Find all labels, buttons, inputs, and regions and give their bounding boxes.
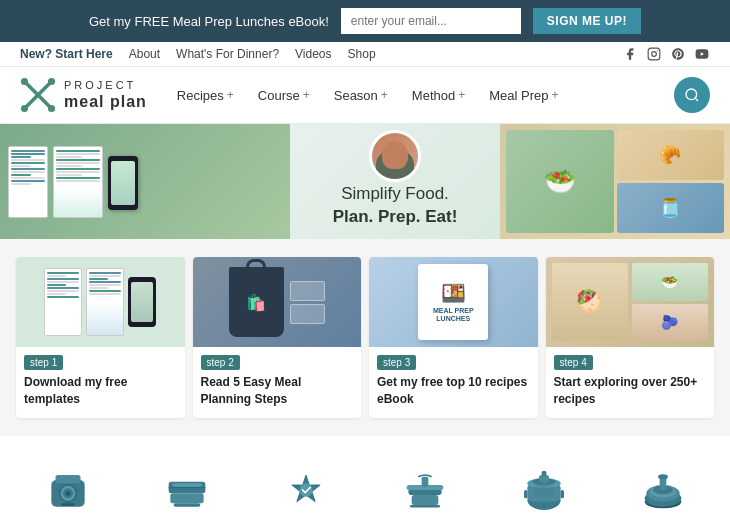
facebook-icon[interactable] <box>622 46 638 62</box>
youtube-icon[interactable] <box>694 46 710 62</box>
svg-point-23 <box>299 483 312 496</box>
logo-text: PROJECT meal plan <box>64 79 147 111</box>
hero-left <box>0 124 290 239</box>
step-2-image: 🛍️ <box>193 257 362 347</box>
secondary-nav-left: New? Start Here About What's For Dinner?… <box>20 47 376 61</box>
paper-1 <box>8 146 48 218</box>
svg-point-34 <box>541 470 546 475</box>
svg-point-10 <box>686 89 697 100</box>
svg-rect-13 <box>55 475 80 483</box>
new-start-link[interactable]: New? Start Here <box>20 47 113 61</box>
logo-icon <box>20 77 56 113</box>
ebook-cover: 🍱 MEAL PREPLUNCHES <box>418 264 488 340</box>
containers <box>290 281 325 324</box>
step-1-phone <box>128 277 156 327</box>
lunch-icon <box>395 460 455 515</box>
step-3-badge: step 3 <box>377 355 416 370</box>
svg-rect-17 <box>61 503 74 506</box>
top-banner: Get my FREE Meal Prep Lunches eBook! SIG… <box>0 0 730 42</box>
step-1-badge: step 1 <box>24 355 63 370</box>
svg-rect-22 <box>172 483 202 486</box>
svg-rect-28 <box>421 476 428 486</box>
search-icon <box>684 87 700 103</box>
nav-course[interactable]: Course + <box>248 82 320 109</box>
logo[interactable]: PROJECT meal plan <box>20 77 147 113</box>
category-maindish[interactable]: Main Dish <box>603 452 722 515</box>
step-card-4[interactable]: 🥙 🥗 🫐 step 4 Start exploring over 250+ r… <box>546 257 715 418</box>
steps-section: step 1 Download my free templates 🛍️ ste… <box>0 239 730 436</box>
mealprep-icon <box>157 460 217 515</box>
categories-section: Air Fryer Meal Prep <box>0 436 730 515</box>
hero-avatar <box>369 130 421 182</box>
category-lunch[interactable]: Lunch <box>365 452 484 515</box>
svg-rect-19 <box>170 493 203 503</box>
nav-mealprep[interactable]: Meal Prep + <box>479 82 568 109</box>
category-instantpot[interactable]: Instant Pot <box>484 452 603 515</box>
bag: 🛍️ <box>229 267 284 337</box>
step-2-badge: step 2 <box>201 355 240 370</box>
shop-link[interactable]: Shop <box>348 47 376 61</box>
food-bottom-right: 🫙 <box>617 183 725 233</box>
hero-right: 🥗 🥐 🫙 <box>500 124 730 239</box>
svg-point-7 <box>48 78 55 85</box>
step-2-visual: 🛍️ <box>193 257 362 347</box>
svg-rect-0 <box>648 48 660 60</box>
step-4-badge: step 4 <box>554 355 593 370</box>
food-left: 🥗 <box>506 130 614 233</box>
step-4-visual: 🥙 🥗 🫐 <box>546 257 715 347</box>
main-nav: PROJECT meal plan Recipes + Course + Sea… <box>0 67 730 124</box>
hero-papers <box>8 146 138 218</box>
category-popular[interactable]: Popular <box>246 452 365 515</box>
pinterest-icon[interactable] <box>670 46 686 62</box>
videos-link[interactable]: Videos <box>295 47 331 61</box>
step-card-1[interactable]: step 1 Download my free templates <box>16 257 185 418</box>
svg-line-11 <box>695 98 698 101</box>
step-card-3[interactable]: 🍱 MEAL PREPLUNCHES step 3 Get my free to… <box>369 257 538 418</box>
whats-for-dinner-link[interactable]: What's For Dinner? <box>176 47 279 61</box>
hero-center: Simplify Food. Plan. Prep. Eat! <box>290 124 500 239</box>
popular-icon <box>276 460 336 515</box>
recipes-plus-icon: + <box>227 88 234 102</box>
step-3-title: Get my free top 10 recipes eBook <box>369 374 538 418</box>
category-airfryer[interactable]: Air Fryer <box>8 452 127 515</box>
course-plus-icon: + <box>303 88 310 102</box>
search-button[interactable] <box>674 77 710 113</box>
step-1-paper-1 <box>44 268 82 336</box>
hero-phone <box>108 156 138 210</box>
instantpot-icon <box>514 460 574 515</box>
signup-button[interactable]: SIGN ME UP! <box>533 8 641 34</box>
svg-point-2 <box>657 50 658 51</box>
svg-point-6 <box>21 78 28 85</box>
step-4-title: Start exploring over 250+ recipes <box>546 374 715 418</box>
food-right: 🥐 🫙 <box>617 130 725 233</box>
step-4-image: 🥙 🥗 🫐 <box>546 257 715 347</box>
season-plus-icon: + <box>381 88 388 102</box>
nav-method[interactable]: Method + <box>402 82 475 109</box>
maindish-icon <box>633 460 693 515</box>
svg-rect-36 <box>560 490 563 498</box>
step-1-image <box>16 257 185 347</box>
instagram-icon[interactable] <box>646 46 662 62</box>
step-card-2[interactable]: 🛍️ step 2 Read 5 Easy Meal Planning Step… <box>193 257 362 418</box>
category-mealprep[interactable]: Meal Prep <box>127 452 246 515</box>
categories-grid: Air Fryer Meal Prep <box>8 452 722 515</box>
step-2-title: Read 5 Easy Meal Planning Steps <box>193 374 362 418</box>
about-link[interactable]: About <box>129 47 160 61</box>
svg-rect-27 <box>410 505 440 508</box>
step-1-title: Download my free templates <box>16 374 185 418</box>
step-3-visual: 🍱 MEAL PREPLUNCHES <box>369 257 538 347</box>
food-visual: 🥗 🥐 🫙 <box>500 124 730 239</box>
svg-point-8 <box>21 105 28 112</box>
hero-banner: Simplify Food. Plan. Prep. Eat! 🥗 🥐 🫙 <box>0 124 730 239</box>
banner-text: Get my FREE Meal Prep Lunches eBook! <box>89 14 329 29</box>
steps-grid: step 1 Download my free templates 🛍️ ste… <box>16 257 714 418</box>
food-item-1: 🥙 <box>552 263 628 341</box>
nav-recipes[interactable]: Recipes + <box>167 82 244 109</box>
svg-rect-20 <box>173 503 200 506</box>
secondary-nav: New? Start Here About What's For Dinner?… <box>0 42 730 67</box>
nav-season[interactable]: Season + <box>324 82 398 109</box>
email-input[interactable] <box>341 8 521 34</box>
paper-2 <box>53 146 103 218</box>
hero-text: Simplify Food. Plan. Prep. Eat! <box>333 183 458 227</box>
svg-rect-35 <box>524 490 527 498</box>
